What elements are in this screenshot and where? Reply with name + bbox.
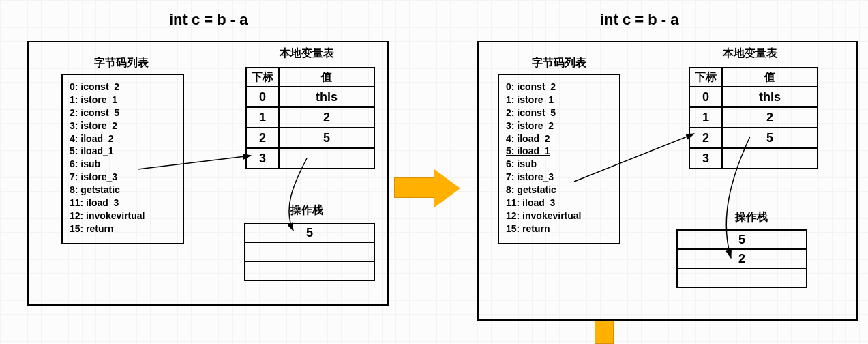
- stack-cell: 2: [677, 249, 807, 268]
- var-idx-cell: 2: [689, 128, 722, 148]
- stack-row: 5: [677, 230, 807, 249]
- header-idx: 下标: [689, 68, 722, 87]
- header-idx: 下标: [246, 68, 279, 87]
- bytecode-line: 8: getstatic: [70, 184, 176, 197]
- table-header-row: 下标 值: [689, 68, 818, 87]
- right-bytecode-label: 字节码列表: [518, 56, 600, 70]
- var-idx-cell: 1: [246, 107, 279, 128]
- table-row: 12: [246, 107, 374, 128]
- bytecode-line: 12: invokevirtual: [506, 210, 612, 223]
- left-title: int c = b - a: [169, 11, 248, 29]
- left-bytecode-label: 字节码列表: [80, 56, 162, 70]
- bytecode-line: 2: iconst_5: [70, 106, 176, 119]
- var-val-cell: 5: [279, 128, 374, 148]
- table-row: 0this: [689, 87, 818, 107]
- right-title: int c = b - a: [600, 11, 679, 29]
- stack-row: [245, 242, 374, 261]
- bytecode-line: 11: iload_3: [70, 197, 176, 210]
- table-row: 25: [689, 128, 818, 148]
- table-row: 0this: [246, 87, 374, 107]
- table-row: 25: [246, 128, 374, 148]
- table-row: 12: [689, 107, 818, 128]
- left-localvar-table: 下标 值 0this12253: [245, 67, 375, 169]
- var-val-cell: 5: [722, 128, 818, 148]
- bytecode-line: 1: istore_1: [506, 94, 612, 106]
- left-localvar-label: 本地变量表: [266, 46, 348, 61]
- bytecode-line: 5: iload_1: [506, 145, 612, 158]
- bytecode-line: 12: invokevirtual: [70, 210, 176, 223]
- bytecode-line: 6: isub: [70, 158, 176, 171]
- stack-cell: [245, 261, 374, 281]
- bytecode-line: 8: getstatic: [506, 184, 612, 197]
- bytecode-line: 7: istore_3: [506, 171, 612, 184]
- right-opstack-label: 操作栈: [724, 210, 779, 225]
- bytecode-line: 7: istore_3: [70, 171, 176, 184]
- bytecode-line: 11: iload_3: [506, 197, 612, 210]
- stack-cell: 5: [245, 223, 374, 242]
- header-val: 值: [279, 68, 374, 87]
- right-localvar-table: 下标 值 0this12253: [689, 67, 818, 169]
- header-val: 值: [722, 68, 818, 87]
- stack-row: [245, 261, 374, 281]
- right-localvar-label: 本地变量表: [709, 46, 791, 61]
- left-bytecode-box: 0: iconst_21: istore_12: iconst_53: isto…: [61, 74, 184, 244]
- bytecode-line: 0: iconst_2: [70, 81, 176, 94]
- stack-row: [677, 268, 807, 287]
- left-opstack-table: 5: [244, 223, 375, 281]
- bytecode-line: 15: return: [70, 223, 176, 235]
- bytecode-line: 5: iload_1: [70, 145, 176, 158]
- bytecode-line: 4: iload_2: [506, 132, 612, 145]
- stack-row: 2: [677, 249, 807, 268]
- table-row: 3: [689, 148, 818, 169]
- stack-cell: [245, 242, 374, 261]
- var-val-cell: [279, 148, 374, 169]
- bytecode-line: 1: istore_1: [70, 94, 176, 106]
- stack-cell: [677, 268, 807, 287]
- right-opstack-table: 52: [676, 229, 807, 288]
- stack-cell: 5: [677, 230, 807, 249]
- var-idx-cell: 3: [246, 148, 279, 169]
- bytecode-line: 15: return: [506, 223, 612, 235]
- var-val-cell: this: [279, 87, 374, 107]
- bytecode-line: 3: istore_2: [70, 119, 176, 132]
- var-idx-cell: 2: [246, 128, 279, 148]
- var-idx-cell: 3: [689, 148, 722, 169]
- left-opstack-label: 操作栈: [280, 203, 334, 218]
- var-val-cell: 2: [722, 107, 818, 128]
- bytecode-line: 6: isub: [506, 158, 612, 171]
- bytecode-line: 4: iload_2: [70, 132, 176, 145]
- table-row: 3: [246, 148, 374, 169]
- bytecode-line: 3: istore_2: [506, 119, 612, 132]
- var-val-cell: 2: [279, 107, 374, 128]
- var-val-cell: this: [722, 87, 818, 107]
- var-val-cell: [722, 148, 818, 169]
- var-idx-cell: 0: [246, 87, 279, 107]
- stack-row: 5: [245, 223, 374, 242]
- bytecode-line: 2: iconst_5: [506, 106, 612, 119]
- continuation-stub-icon: [595, 321, 614, 344]
- bytecode-line: 0: iconst_2: [506, 81, 612, 94]
- var-idx-cell: 0: [689, 87, 722, 107]
- table-header-row: 下标 值: [246, 68, 374, 87]
- right-bytecode-box: 0: iconst_21: istore_12: iconst_53: isto…: [498, 74, 620, 244]
- var-idx-cell: 1: [689, 107, 722, 128]
